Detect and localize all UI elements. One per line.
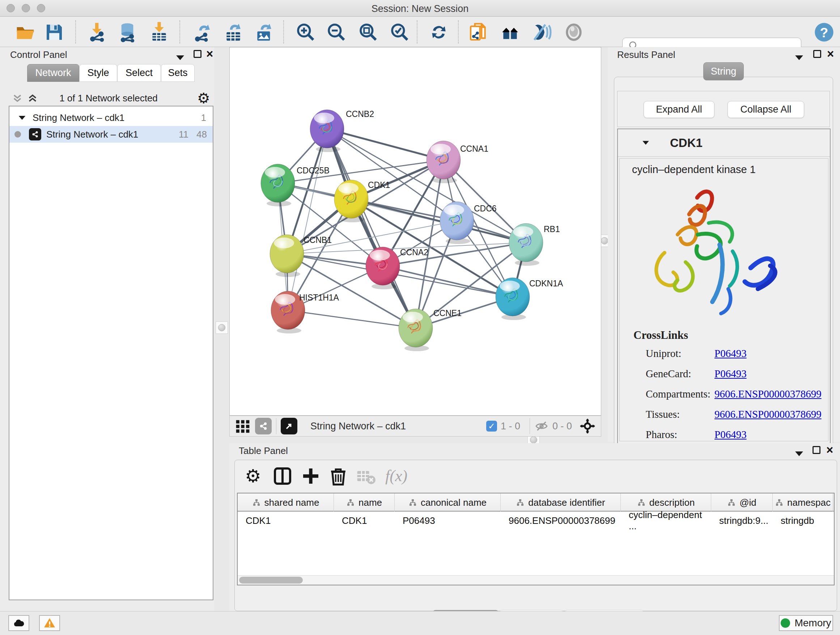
collapse-all-tree-icon[interactable] — [26, 92, 39, 105]
import-network-from-file-icon[interactable] — [88, 22, 108, 42]
zoom-in-icon[interactable] — [295, 22, 316, 42]
network-node-ccnb1[interactable] — [270, 234, 304, 277]
collection-expander-icon[interactable] — [19, 116, 26, 119]
tab-style[interactable]: Style — [79, 64, 117, 82]
table-cell[interactable]: CDK1 — [238, 512, 334, 529]
results-panel-menu-icon[interactable] — [795, 52, 803, 62]
save-session-icon[interactable] — [44, 22, 65, 42]
control-panel-menu-icon[interactable] — [176, 52, 184, 62]
show-graphics-details-icon[interactable] — [564, 22, 584, 42]
column-hierarchy-icon — [346, 498, 355, 507]
table-cell[interactable]: P06493 — [395, 512, 501, 529]
grid-mode-icon[interactable] — [235, 418, 251, 434]
table-cell[interactable]: CDK1 — [334, 512, 395, 529]
network-collection-row[interactable]: String Network – cdk1 1 — [9, 109, 213, 126]
first-neighbors-icon[interactable] — [500, 22, 520, 42]
left-splitter-handle[interactable] — [216, 321, 228, 334]
table-panel-float-icon[interactable] — [813, 446, 821, 456]
hide-selection-icon[interactable] — [532, 22, 552, 42]
network-node-ccne1[interactable] — [399, 309, 433, 351]
warnings-button[interactable] — [39, 615, 60, 631]
entry-expander-icon[interactable] — [643, 141, 649, 144]
zoom-out-icon[interactable] — [326, 22, 347, 42]
birdseye-view-icon[interactable] — [281, 418, 297, 434]
column-header-namespac[interactable]: namespac — [773, 494, 833, 511]
crosslink-value-link[interactable]: 9606.ENSP00000378699 — [714, 409, 821, 420]
table-row[interactable]: CDK1CDK1P064939606.ENSP00000378699cyclin… — [238, 512, 834, 529]
network-edge[interactable] — [327, 129, 416, 328]
column-header-label: shared name — [264, 497, 319, 508]
export-image-icon[interactable] — [254, 22, 274, 42]
column-header-shared-name[interactable]: shared name — [238, 494, 334, 511]
fit-selected-crosshair-icon[interactable] — [579, 418, 596, 434]
network-edge[interactable] — [327, 129, 444, 160]
delete-column-icon[interactable] — [328, 466, 348, 486]
cloud-status-button[interactable] — [8, 615, 29, 631]
import-table-from-file-icon[interactable] — [149, 22, 169, 42]
new-network-from-selection-icon[interactable] — [468, 22, 488, 42]
zoom-selected-icon[interactable] — [390, 22, 410, 42]
network-node-ccna2[interactable] — [366, 247, 400, 289]
table-cell[interactable]: stringdb — [773, 512, 833, 529]
control-panel-close-icon[interactable]: × — [206, 50, 213, 58]
network-node-ccnb2[interactable] — [310, 110, 344, 152]
column-header-name[interactable]: name — [334, 494, 395, 511]
table-horizontal-scrollbar[interactable] — [238, 575, 834, 585]
crosslink-value-link[interactable]: P06493 — [714, 348, 747, 359]
expand-all-tree-icon[interactable] — [11, 92, 24, 105]
column-header-description[interactable]: description — [621, 494, 711, 511]
network-node-cdc25b[interactable] — [261, 164, 295, 206]
memory-button[interactable]: Memory — [779, 615, 833, 631]
network-row[interactable]: String Network – cdk1 11 48 — [9, 126, 213, 143]
results-panel: Results Panel × String Expand All Collap… — [608, 47, 840, 442]
table-options-gear-icon[interactable]: ⚙ — [245, 466, 265, 486]
network-node-cdkn1a[interactable] — [496, 278, 530, 320]
control-panel-float-icon[interactable] — [194, 50, 202, 60]
export-table-icon[interactable] — [223, 22, 243, 42]
table-cell[interactable]: cyclin–dependent ... — [621, 512, 711, 529]
import-network-from-database-icon[interactable] — [117, 22, 137, 42]
column-hierarchy-icon — [727, 498, 736, 507]
show-columns-icon[interactable] — [272, 466, 293, 486]
network-node-rb1[interactable] — [509, 223, 543, 266]
delete-table-icon[interactable] — [355, 466, 376, 486]
crosslink-value-link[interactable]: 9606.ENSP00000378699 — [714, 388, 821, 400]
column-header-canonical-name[interactable]: canonical name — [395, 494, 501, 511]
column-header--id[interactable]: @id — [711, 494, 773, 511]
help-icon[interactable]: ? — [814, 22, 834, 42]
tab-select[interactable]: Select — [117, 64, 161, 82]
crosslink-value-link[interactable]: P06493 — [714, 368, 747, 380]
selected-checkbox-icon[interactable]: ✓ — [486, 421, 497, 432]
network-options-gear-icon[interactable]: ⚙ — [197, 90, 210, 106]
expand-all-button[interactable]: Expand All — [644, 101, 714, 118]
current-network-name: String Network – cdk1 — [310, 421, 406, 432]
function-builder-icon[interactable]: f(x) — [385, 466, 418, 486]
table-panel-menu-icon[interactable] — [795, 448, 803, 458]
tab-string[interactable]: String — [703, 62, 744, 80]
tab-sets[interactable]: Sets — [161, 64, 195, 82]
cdk1-entry-header[interactable]: CDK1 — [618, 129, 830, 157]
table-cell[interactable]: stringdb:9... — [711, 512, 773, 529]
table-cell[interactable]: 9606.ENSP00000378699 — [501, 512, 621, 529]
network-graph[interactable]: CCNB2CCNA1CDC25BCDK1CDC6RB1CCNB1CCNA2CDK… — [230, 48, 601, 415]
tab-network[interactable]: Network — [27, 64, 79, 82]
crosslink-value-link[interactable]: P06493 — [714, 429, 747, 440]
network-edge[interactable] — [288, 129, 327, 310]
column-header-database-identifier[interactable]: database identifier — [501, 494, 621, 511]
export-network-icon[interactable] — [193, 22, 213, 42]
create-column-icon[interactable] — [301, 466, 321, 486]
open-session-icon[interactable] — [15, 22, 35, 42]
scrollbar-thumb[interactable] — [239, 577, 303, 584]
network-mode-icon[interactable] — [255, 418, 272, 434]
table-panel-close-icon[interactable]: × — [826, 446, 833, 454]
collapse-all-button[interactable]: Collapse All — [728, 101, 804, 118]
network-node-cdk1[interactable] — [334, 180, 368, 222]
results-panel-float-icon[interactable] — [813, 50, 821, 60]
zoom-fit-icon[interactable] — [358, 22, 378, 42]
column-hierarchy-icon — [516, 498, 524, 507]
network-node-ccna1[interactable] — [426, 141, 461, 183]
results-panel-close-icon[interactable]: × — [827, 50, 834, 58]
network-canvas[interactable]: CCNB2CCNA1CDC25BCDK1CDC6RB1CCNB1CCNA2CDK… — [229, 47, 601, 416]
network-edge[interactable] — [288, 310, 416, 328]
apply-layout-icon[interactable] — [429, 22, 449, 42]
